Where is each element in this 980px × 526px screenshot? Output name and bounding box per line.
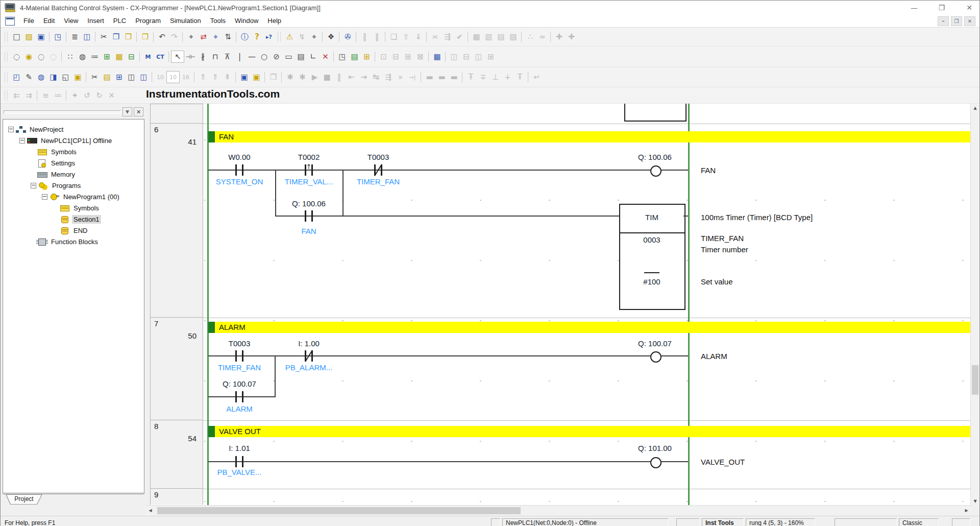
horizontal-line-button[interactable]: — (246, 51, 258, 62)
io-comment-window-button[interactable]: ◱ (59, 71, 71, 83)
tree-item-newprogram1[interactable]: NewProgram1 (00) (3, 191, 144, 202)
line-connect-button[interactable]: ∟ (307, 51, 319, 62)
rung-margin-8[interactable]: 8 54 (150, 420, 203, 489)
compile-check-button[interactable]: ⚠ (283, 31, 296, 42)
menu-edit[interactable]: Edit (39, 15, 59, 27)
contact-pb-valve[interactable] (235, 456, 237, 467)
tree-item-symbols[interactable]: Symbols (3, 146, 144, 157)
chevron-down-icon[interactable]: ▼ (122, 107, 132, 116)
new-or-closed-contact-button[interactable]: ⊼ (221, 51, 233, 62)
new-button[interactable]: □ (10, 31, 22, 42)
hex-monitor-button[interactable]: ◫ (137, 71, 150, 83)
section-view-button[interactable]: ◳ (336, 51, 348, 62)
vertical-scrollbar[interactable]: ▲ ▼ (970, 104, 979, 506)
symbol-display-button[interactable]: ▦ (113, 51, 125, 62)
menu-simulation[interactable]: Simulation (165, 15, 206, 27)
work-online-simulator-button[interactable]: ✇ (341, 31, 354, 42)
mdi-close-icon[interactable]: ✕ (964, 16, 975, 26)
show-grid-button[interactable]: ⊞ (113, 71, 125, 83)
tree-item-plc[interactable]: NewPLC1[CP1L] Offline (3, 135, 144, 146)
rung-margin-7[interactable]: 7 50 (150, 318, 203, 420)
vertical-line-button[interactable]: | (233, 51, 246, 62)
collapse-icon[interactable] (19, 138, 25, 144)
previous-instruction-block[interactable] (624, 104, 687, 122)
scroll-left-icon[interactable]: ◀ (146, 506, 155, 515)
rung-comment-banner-alarm[interactable]: ALARM (208, 322, 971, 333)
address-reference-button[interactable]: ❖ (325, 31, 337, 42)
delete-line-button[interactable]: ✕ (319, 51, 331, 62)
help-button[interactable]: ? (251, 31, 263, 42)
rung-comment-banner-fan[interactable]: FAN (208, 131, 971, 142)
rung-margin-6[interactable]: 6 41 (150, 124, 203, 318)
cross-reference-button[interactable]: ◨ (47, 71, 59, 83)
float-window-button[interactable]: ◰ (10, 71, 22, 83)
close-panel-icon[interactable]: ✕ (134, 107, 143, 116)
compile-all-button[interactable]: ◳ (52, 31, 64, 42)
sort-button[interactable]: ⇅ (222, 31, 234, 42)
toolbar-grip[interactable] (4, 110, 121, 114)
rung-comment-banner-valve-out[interactable]: VALVE OUT (208, 426, 971, 437)
tree-item-memory[interactable]: Memory (3, 169, 144, 180)
rung-wrap-button[interactable]: ≔ (88, 51, 101, 62)
contact-alarm-holding[interactable] (235, 391, 237, 402)
new-closed-contact-button[interactable]: ∦ (197, 51, 209, 62)
io-comment-button[interactable]: ▤ (101, 71, 113, 83)
restore-icon[interactable]: ❐ (937, 4, 947, 12)
ct-view-button[interactable]: CT (154, 51, 166, 62)
paste-button[interactable]: ❒ (122, 31, 134, 42)
grid-button[interactable]: ∷ (64, 51, 76, 62)
new-or-contact-button[interactable]: ⊓ (209, 51, 221, 62)
new-coil-button[interactable]: ○ (258, 51, 270, 62)
save-button[interactable]: ▣ (35, 31, 47, 42)
scroll-right-icon[interactable]: ▶ (962, 506, 971, 515)
zoom-tool-button[interactable]: ◌ (10, 51, 22, 62)
tree-item-project[interactable]: NewProject (3, 124, 144, 135)
memory-view-button[interactable]: ▦ (431, 51, 443, 62)
vertical-scroll-thumb[interactable] (972, 365, 978, 395)
undo-button[interactable]: ↶ (156, 31, 168, 42)
zoom-in-button[interactable]: ◉ (22, 51, 35, 62)
find-address-button[interactable]: ⌖ (308, 31, 320, 42)
print-button[interactable]: ≣ (68, 31, 81, 42)
menu-help[interactable]: Help (263, 15, 286, 27)
global-symbols-button[interactable]: ▤ (348, 51, 360, 62)
overview-button[interactable]: ◍ (76, 51, 88, 62)
find-button[interactable]: ⌖ (185, 31, 197, 42)
collapse-icon[interactable] (31, 183, 36, 188)
tree-item-section1[interactable]: Section1 (3, 213, 144, 225)
horizontal-scroll-thumb[interactable] (157, 507, 521, 514)
close-icon[interactable]: ✕ (964, 4, 974, 12)
rung-margin-9[interactable]: 9 (150, 489, 203, 505)
cut-button[interactable]: ✂ (97, 31, 110, 42)
new-contact-button[interactable]: ⊣⊢ (184, 51, 197, 62)
menu-view[interactable]: View (59, 15, 83, 27)
tree-item-program-symbols[interactable]: Symbols (3, 202, 144, 213)
ladder-canvas[interactable]: 6 41 7 50 8 54 9 (146, 104, 971, 506)
menu-tools[interactable]: Tools (206, 15, 230, 27)
menu-window[interactable]: Window (230, 15, 263, 27)
open-button[interactable]: ▨ (22, 31, 35, 42)
coil-fan[interactable] (650, 165, 662, 177)
select-tool-button[interactable]: ↖ (171, 51, 184, 63)
mdi-restore-icon[interactable]: ❐ (951, 16, 962, 26)
menu-program[interactable]: Program (131, 15, 165, 27)
copy-button[interactable]: ❐ (110, 31, 122, 42)
tab-project[interactable]: Project (6, 494, 42, 505)
collapse-icon[interactable] (8, 127, 14, 132)
edit-comments-button[interactable]: ⊞ (360, 51, 373, 62)
replace-button[interactable]: ⇄ (197, 31, 209, 42)
zoom-out-button[interactable]: ◌ (35, 51, 47, 62)
collapse-icon[interactable] (42, 194, 47, 200)
scroll-up-icon[interactable]: ▲ (971, 104, 979, 112)
new-instruction-button[interactable]: ▭ (282, 51, 295, 62)
info-button[interactable]: ⓘ (238, 31, 251, 42)
context-help-button[interactable]: ▸? (263, 31, 275, 42)
local-symbol-button[interactable]: ⊟ (125, 51, 137, 62)
menu-plc[interactable]: PLC (109, 15, 131, 27)
tree-item-programs[interactable]: Programs (3, 180, 144, 191)
new-closed-coil-button[interactable]: ⊘ (270, 51, 282, 62)
watch-window-button[interactable]: ◫ (125, 71, 137, 83)
coil-valve-out[interactable] (650, 457, 662, 468)
rung-split-button[interactable]: ✂ (88, 71, 101, 83)
mdi-minimize-icon[interactable]: – (938, 16, 949, 26)
